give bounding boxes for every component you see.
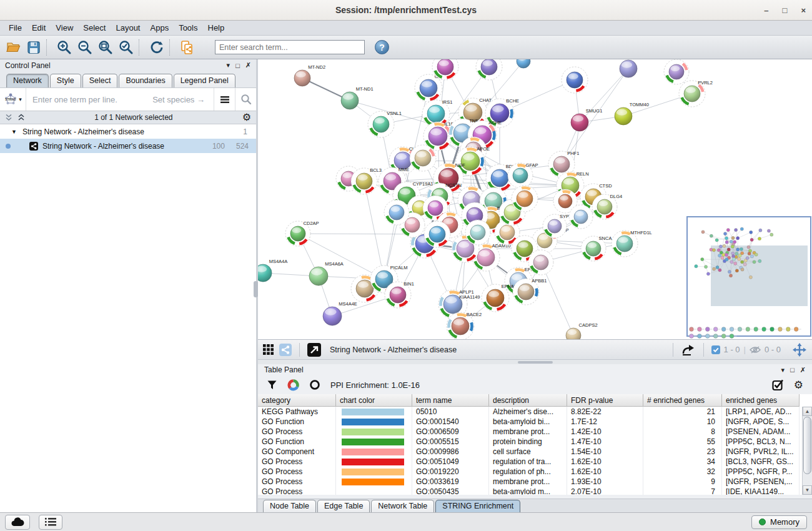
menu-item-apps[interactable]: Apps xyxy=(146,22,174,34)
help-button[interactable]: ? xyxy=(375,40,389,54)
network-node[interactable] xyxy=(512,186,538,212)
network-graph[interactable]: MT-ND2MT-ND1VSNL1GAB2ADAMTS2SMUG1TOMM40P… xyxy=(258,59,812,339)
menu-item-layout[interactable]: Layout xyxy=(111,22,145,34)
birdseye-view[interactable] xyxy=(687,217,811,338)
donut-chart-icon[interactable] xyxy=(287,379,299,391)
string-protocol-selector[interactable]: STRING ▾ xyxy=(0,88,26,111)
maximize-button[interactable]: □ xyxy=(783,6,788,15)
network-canvas[interactable]: MT-ND2MT-ND1VSNL1GAB2ADAMTS2SMUG1TOMM40P… xyxy=(258,59,812,339)
column-header-fdr-p-value[interactable]: FDR p-value xyxy=(567,394,643,407)
network-node[interactable] xyxy=(424,221,450,247)
network-node-apbb1[interactable]: APBB1 xyxy=(513,278,547,305)
network-node-snca[interactable]: SNCA xyxy=(581,236,611,261)
horizontal-splitter[interactable] xyxy=(258,359,812,364)
refresh-button[interactable] xyxy=(146,38,167,57)
tab-legend-panel[interactable]: Legend Panel xyxy=(174,74,235,87)
column-header-term-name[interactable]: term name xyxy=(412,394,489,407)
tab-network[interactable]: Network xyxy=(6,74,49,87)
column-header-category[interactable]: category xyxy=(258,394,336,407)
network-node-ms4a4e[interactable]: MS4A4E xyxy=(323,301,357,325)
column-header-chart-color[interactable]: chart color xyxy=(336,394,412,407)
splitter-grip[interactable] xyxy=(518,361,553,364)
menu-item-file[interactable]: File xyxy=(4,22,27,34)
scroll-down-arrow[interactable]: ▼ xyxy=(803,485,812,495)
collapse-all-icon[interactable] xyxy=(5,114,12,121)
network-node[interactable] xyxy=(465,220,490,245)
network-node-syp[interactable]: SYP xyxy=(543,214,569,238)
scrollbar-thumb[interactable] xyxy=(803,417,811,474)
menu-item-select[interactable]: Select xyxy=(78,22,111,34)
menu-item-help[interactable]: Help xyxy=(203,22,230,34)
open-session-button[interactable] xyxy=(2,38,23,57)
network-node-vsnl1[interactable]: VSNL1 xyxy=(368,111,402,137)
table-row[interactable]: KEGG Pathways05010Alzheimer's dise...8.8… xyxy=(258,407,812,417)
network-node-pvrl2[interactable]: PVRL2 xyxy=(679,80,713,107)
network-node-epha5[interactable]: EPHA5 xyxy=(482,284,517,312)
network-node[interactable] xyxy=(664,59,689,84)
tab-edge-table[interactable]: Edge Table xyxy=(317,500,370,512)
share-view-icon[interactable] xyxy=(279,344,292,356)
zoom-selected-button[interactable] xyxy=(116,38,136,57)
table-row[interactable]: GO FunctionGO:0005515protein binding1.47… xyxy=(258,437,812,447)
table-row[interactable]: GO FunctionGO:0001540beta-amyloid bi...1… xyxy=(258,417,812,427)
network-node-mthfd1l[interactable]: MTHFD1L xyxy=(611,230,652,257)
menu-item-tools[interactable]: Tools xyxy=(174,22,202,34)
zoom-in-button[interactable] xyxy=(54,38,74,57)
grid-view-icon[interactable] xyxy=(263,344,274,355)
network-node[interactable] xyxy=(476,59,502,80)
search-input[interactable] xyxy=(215,40,365,54)
network-collection-row[interactable]: ▼ String Network - Alzheimer's disease 1 xyxy=(0,124,256,139)
string-options-button[interactable] xyxy=(214,88,235,111)
network-node-bace2[interactable]: BACE2 xyxy=(447,312,482,339)
splitter-grip[interactable] xyxy=(254,281,258,297)
table-row[interactable]: GO ProcessGO:0006509membrane prot...1.42… xyxy=(258,427,812,437)
string-query-placeholder[interactable]: Enter one term per line. xyxy=(26,95,152,104)
network-node-gfap[interactable]: GFAP xyxy=(508,162,538,188)
tab-style[interactable]: Style xyxy=(50,74,81,87)
panel-close-icon[interactable]: ✗ xyxy=(800,366,806,374)
panel-float-icon[interactable]: □ xyxy=(790,366,795,374)
tab-boundaries[interactable]: Boundaries xyxy=(119,74,172,87)
memory-button[interactable]: Memory xyxy=(751,515,807,529)
network-node-cadps2[interactable]: CADPS2 xyxy=(566,322,598,339)
table-row[interactable]: GO ProcessGO:0051049regulation of tra...… xyxy=(258,457,812,467)
tab-node-table[interactable]: Node Table xyxy=(263,500,316,512)
network-node[interactable] xyxy=(569,205,593,229)
column-header-description[interactable]: description xyxy=(489,394,567,407)
table-row[interactable]: GO ProcessGO:0019220regulation of ph...1… xyxy=(258,467,812,477)
tab-string-enrichment[interactable]: STRING Enrichment xyxy=(435,500,520,512)
select-columns-icon[interactable] xyxy=(772,379,784,391)
zoom-fit-button[interactable] xyxy=(95,38,116,57)
close-button[interactable]: × xyxy=(801,6,806,15)
menu-item-edit[interactable]: Edit xyxy=(27,22,51,34)
save-session-button[interactable] xyxy=(23,38,44,57)
panel-collapse-icon[interactable]: ▾ xyxy=(781,366,785,374)
export-network-icon[interactable] xyxy=(681,343,696,357)
copy-network-button[interactable] xyxy=(177,38,197,57)
network-node[interactable] xyxy=(384,200,409,225)
vertical-scrollbar[interactable]: ▲ ▼ xyxy=(802,407,812,495)
expand-all-icon[interactable] xyxy=(17,114,25,121)
tree-expand-icon[interactable]: ▼ xyxy=(11,129,17,135)
panel-collapse-icon[interactable]: ▾ xyxy=(227,61,230,69)
network-node-adamts2[interactable]: ADAMTS2 xyxy=(620,59,656,77)
table-row[interactable]: GO ComponentGO:0009986cell surface1.54E-… xyxy=(258,447,812,457)
tab-network-table[interactable]: Network Table xyxy=(371,500,434,512)
network-node-dlg4[interactable]: DLG4 xyxy=(592,194,622,219)
filter-icon[interactable] xyxy=(267,380,277,390)
network-node-mt-nd2[interactable]: MT-ND2 xyxy=(294,64,325,86)
network-row[interactable]: String Network - Alzheimer's disease 100… xyxy=(0,139,256,153)
table-row[interactable]: GO ProcessGO:0033619membrane prot...1.93… xyxy=(258,477,812,487)
network-node[interactable] xyxy=(528,250,553,275)
fit-content-icon[interactable] xyxy=(792,342,807,357)
gear-icon[interactable]: ⚙ xyxy=(242,112,251,122)
set-species-hint[interactable]: Set species → xyxy=(152,95,214,104)
detach-view-icon[interactable] xyxy=(307,343,321,357)
panel-float-icon[interactable]: □ xyxy=(235,62,240,69)
column-header-enriched-genes[interactable]: enriched genes xyxy=(722,394,800,407)
string-search-button[interactable] xyxy=(235,88,256,111)
panel-close-icon[interactable]: ✗ xyxy=(245,61,251,69)
column-header--enriched-genes[interactable]: # enriched genes xyxy=(643,394,722,407)
zoom-out-button[interactable] xyxy=(74,38,95,57)
gear-icon[interactable]: ⚙ xyxy=(794,380,803,390)
